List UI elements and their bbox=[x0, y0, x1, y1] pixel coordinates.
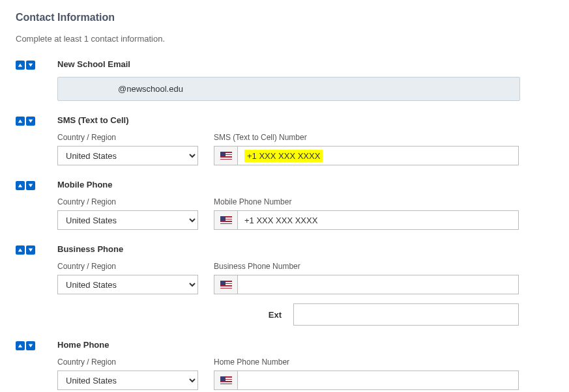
mobile-label: Mobile Phone bbox=[57, 180, 553, 189]
reorder-controls bbox=[16, 59, 57, 70]
move-up-button[interactable] bbox=[16, 181, 25, 190]
us-flag-icon bbox=[220, 152, 232, 160]
home-phone-wrapper bbox=[214, 371, 519, 390]
move-up-button[interactable] bbox=[16, 117, 25, 126]
arrow-down-icon bbox=[28, 119, 33, 124]
reorder-controls bbox=[16, 244, 57, 255]
section-business: Business Phone Country / Region United S… bbox=[16, 244, 553, 326]
mobile-country-label: Country / Region bbox=[57, 197, 198, 206]
flag-box bbox=[214, 147, 238, 165]
home-number-label: Home Phone Number bbox=[214, 357, 519, 367]
flag-box bbox=[214, 275, 238, 294]
business-label: Business Phone bbox=[57, 244, 553, 254]
email-display: @newschool.edu bbox=[57, 77, 520, 101]
mobile-country-select[interactable]: United States bbox=[57, 210, 198, 230]
business-country-label: Country / Region bbox=[57, 262, 198, 271]
email-label: New School Email bbox=[57, 59, 553, 69]
business-number-label: Business Phone Number bbox=[214, 262, 519, 271]
arrow-down-icon bbox=[28, 343, 33, 348]
section-home: Home Phone Country / Region United State… bbox=[16, 340, 553, 390]
flag-box bbox=[214, 371, 238, 389]
email-value: @newschool.edu bbox=[118, 84, 183, 94]
move-down-button[interactable] bbox=[26, 245, 35, 255]
page-title: Contact Information bbox=[16, 12, 553, 23]
home-label: Home Phone bbox=[57, 340, 553, 350]
home-phone-input[interactable] bbox=[238, 371, 518, 389]
us-flag-icon bbox=[220, 281, 232, 288]
move-down-button[interactable] bbox=[26, 61, 35, 70]
arrow-down-icon bbox=[28, 183, 33, 188]
move-down-button[interactable] bbox=[26, 341, 35, 350]
sms-phone-input[interactable]: +1 XXX XXX XXXX bbox=[238, 147, 518, 165]
sms-number-value: +1 XXX XXX XXXX bbox=[244, 150, 323, 162]
section-mobile: Mobile Phone Country / Region United Sta… bbox=[16, 180, 553, 230]
us-flag-icon bbox=[220, 376, 232, 384]
section-email: New School Email @newschool.edu bbox=[16, 59, 553, 101]
mobile-phone-input[interactable] bbox=[238, 211, 518, 229]
arrow-down-icon bbox=[28, 63, 33, 68]
reorder-controls bbox=[16, 340, 57, 350]
arrow-down-icon bbox=[28, 247, 33, 253]
move-up-button[interactable] bbox=[16, 61, 25, 70]
arrow-up-icon bbox=[18, 247, 23, 253]
business-ext-input[interactable] bbox=[293, 303, 519, 326]
arrow-up-icon bbox=[18, 63, 23, 68]
sms-country-label: Country / Region bbox=[57, 133, 198, 142]
arrow-up-icon bbox=[18, 119, 23, 124]
us-flag-icon bbox=[220, 216, 232, 224]
home-country-label: Country / Region bbox=[57, 357, 198, 367]
business-ext-row: Ext bbox=[57, 303, 519, 326]
sms-country-select[interactable]: United States bbox=[57, 146, 198, 165]
business-country-select[interactable]: United States bbox=[57, 275, 198, 294]
sms-phone-wrapper: +1 XXX XXX XXXX bbox=[214, 146, 519, 165]
sms-label: SMS (Text to Cell) bbox=[57, 115, 553, 125]
business-ext-label: Ext bbox=[269, 310, 282, 320]
move-up-button[interactable] bbox=[16, 341, 25, 350]
arrow-up-icon bbox=[18, 183, 23, 188]
arrow-up-icon bbox=[18, 343, 23, 348]
section-sms: SMS (Text to Cell) Country / Region Unit… bbox=[16, 115, 553, 165]
sms-number-label: SMS (Text to Cell) Number bbox=[214, 133, 519, 142]
mobile-number-label: Mobile Phone Number bbox=[214, 197, 519, 206]
flag-box bbox=[214, 211, 238, 229]
move-down-button[interactable] bbox=[26, 117, 35, 126]
move-up-button[interactable] bbox=[16, 245, 25, 255]
reorder-controls bbox=[16, 180, 57, 190]
home-country-select[interactable]: United States bbox=[57, 371, 198, 390]
mobile-phone-wrapper bbox=[214, 210, 519, 230]
move-down-button[interactable] bbox=[26, 181, 35, 190]
reorder-controls bbox=[16, 115, 57, 126]
business-phone-input[interactable] bbox=[238, 275, 518, 294]
business-phone-wrapper bbox=[214, 275, 519, 294]
page-subtitle: Complete at least 1 contact information. bbox=[16, 34, 553, 44]
